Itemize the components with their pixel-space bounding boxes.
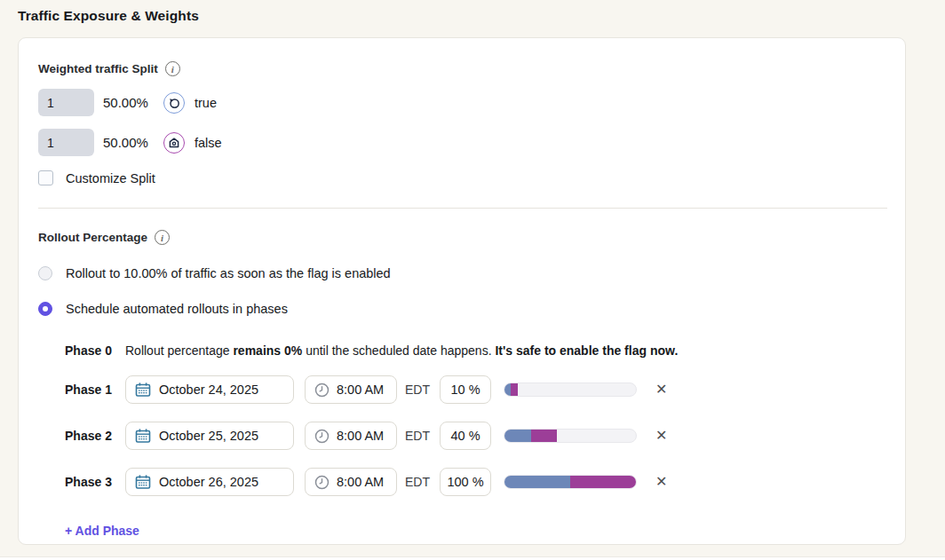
timezone-label: EDT [405, 429, 431, 443]
next-card-edge [0, 556, 945, 560]
clock-icon [314, 429, 330, 444]
rollout-progress-bar [504, 475, 637, 489]
date-input[interactable]: October 25, 2025 [125, 422, 294, 450]
date-input[interactable]: October 24, 2025 [125, 375, 294, 404]
percent-value: 10 % [450, 383, 480, 397]
radio-label-scheduled: Schedule automated rollouts in phases [66, 302, 288, 316]
date-value: October 25, 2025 [159, 429, 258, 443]
percent-input[interactable]: 10 % [440, 375, 491, 404]
customize-split-label: Customize Split [66, 171, 155, 185]
timezone-label: EDT [405, 475, 431, 489]
rollout-percentage-label: Rollout Percentage [38, 231, 147, 244]
weighted-split-label: Weighted traffic Split [38, 62, 158, 75]
rollout-progress-bar [504, 429, 637, 443]
add-phase-button[interactable]: + Add Phase [65, 524, 139, 538]
info-icon[interactable]: i [155, 230, 170, 245]
traffic-exposure-card: Weighted traffic Split i 50.00% true 50.… [18, 37, 906, 545]
radio-rollout-scheduled[interactable] [38, 302, 52, 316]
calendar-icon [135, 474, 151, 490]
phase-3-label: Phase 3 [65, 475, 125, 489]
clock-icon [314, 475, 330, 490]
customize-split-checkbox[interactable] [38, 170, 53, 185]
variation-label-true: true [195, 96, 217, 110]
date-value: October 24, 2025 [159, 383, 258, 397]
remove-phase-button[interactable]: ✕ [655, 429, 667, 443]
split-percent-true: 50.00% [103, 95, 162, 110]
phase-0-row: Phase 0 Rollout percentage remains 0% un… [65, 343, 885, 358]
section-divider [38, 208, 887, 209]
info-icon[interactable]: i [165, 61, 180, 76]
remove-phase-button[interactable]: ✕ [655, 383, 667, 397]
time-input[interactable]: 8:00 AM [305, 422, 397, 450]
time-input[interactable]: 8:00 AM [305, 468, 397, 496]
phase-0-label: Phase 0 [65, 343, 125, 358]
timezone-label: EDT [405, 383, 431, 397]
phase-2-row: Phase 2 October 25, 2025 8:00 AM EDT 40 … [65, 422, 885, 450]
calendar-icon [135, 428, 151, 444]
phase-2-label: Phase 2 [65, 429, 125, 443]
split-row-true: 50.00% true [38, 89, 885, 116]
percent-input[interactable]: 40 % [440, 422, 491, 450]
percent-value: 100 % [447, 475, 483, 489]
date-input[interactable]: October 26, 2025 [125, 468, 294, 496]
remove-phase-button[interactable]: ✕ [655, 475, 667, 489]
page-title: Traffic Exposure & Weights [18, 8, 199, 24]
radio-rollout-immediate[interactable] [38, 266, 52, 280]
variation-label-false: false [195, 136, 222, 150]
split-percent-false: 50.00% [103, 135, 162, 150]
weight-input-false[interactable] [38, 129, 94, 156]
rollout-progress-bar [504, 383, 637, 397]
weight-input-true[interactable] [38, 89, 94, 116]
percent-value: 40 % [450, 429, 480, 443]
clock-icon [314, 383, 330, 398]
phase-1-label: Phase 1 [65, 383, 125, 397]
time-value: 8:00 AM [337, 475, 384, 489]
phase-1-row: Phase 1 October 24, 2025 8:00 AM EDT 10 … [65, 375, 885, 404]
radio-label-immediate: Rollout to 10.00% of traffic as soon as … [66, 266, 391, 280]
time-input[interactable]: 8:00 AM [305, 375, 397, 404]
split-row-false: 50.00% false [38, 129, 885, 156]
calendar-icon [135, 382, 151, 398]
home-icon [163, 132, 185, 154]
phase-0-text: Rollout percentage remains 0% until the … [125, 343, 678, 358]
variation-circle-icon [163, 92, 185, 114]
phase-3-row: Phase 3 October 26, 2025 8:00 AM EDT 100… [65, 468, 885, 496]
percent-input[interactable]: 100 % [440, 468, 491, 496]
time-value: 8:00 AM [337, 429, 384, 443]
date-value: October 26, 2025 [159, 475, 258, 489]
time-value: 8:00 AM [337, 383, 384, 397]
